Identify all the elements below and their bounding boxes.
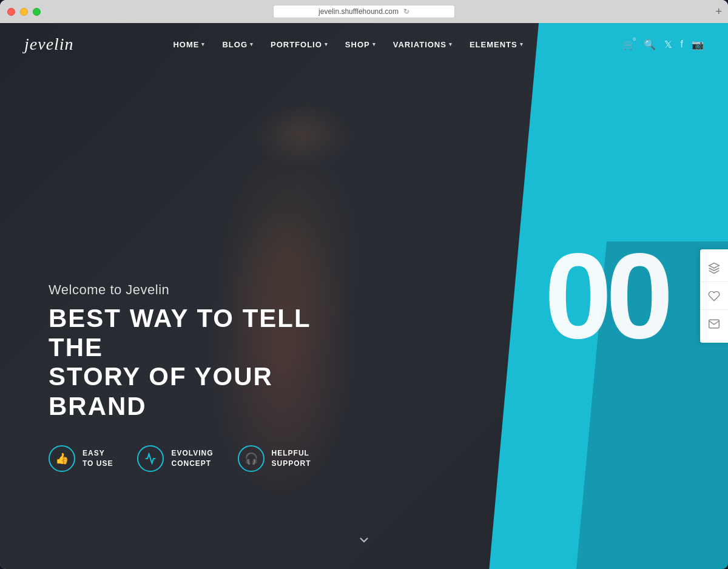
heart-icon[interactable] (700, 282, 728, 310)
svg-marker-0 (709, 263, 720, 268)
cart-badge: 0 (630, 35, 639, 44)
feature-easy-to-use: 👍 EASYTO USE (49, 445, 113, 472)
chevron-down-icon: ▾ (372, 41, 376, 47)
nav-item-variations[interactable]: VARIATIONS ▾ (393, 40, 453, 49)
activity-icon (137, 445, 164, 472)
hero-numbers: 00 (545, 235, 667, 357)
feature-helpful-support: 🎧 HELPFULSUPPORT (238, 445, 311, 472)
nav-item-blog[interactable]: BLOG ▾ (222, 40, 254, 49)
hero-content: Welcome to Jevelin BEST WAY TO TELL THE … (49, 282, 352, 472)
nav-item-home[interactable]: HOME ▾ (173, 40, 205, 49)
cart-icon[interactable]: 🛒 0 (623, 39, 635, 50)
hero-features: 👍 EASYTO USE EVOLVINGCONCEPT 🎧 HE (49, 445, 352, 472)
facebook-icon[interactable]: f (681, 39, 683, 50)
nav-item-elements[interactable]: ELEMENTS ▾ (470, 40, 524, 49)
headphones-icon: 🎧 (238, 445, 265, 472)
chevron-down-icon: ▾ (520, 41, 524, 47)
url-bar[interactable]: jevelin.shufflehound.com ↻ (273, 5, 455, 18)
mac-window: jevelin.shufflehound.com ↻ + jevelin (0, 0, 728, 569)
layers-icon[interactable] (700, 254, 728, 282)
hero-section: jevelin HOME ▾ BLOG ▾ PORTFOLIO ▾ (0, 23, 728, 569)
refresh-icon[interactable]: ↻ (403, 7, 410, 16)
big-number-display: 00 (545, 235, 667, 357)
maximize-button[interactable] (33, 8, 41, 16)
site-logo[interactable]: jevelin (24, 35, 74, 54)
url-text: jevelin.shufflehound.com (318, 7, 399, 16)
nav-item-shop[interactable]: SHOP ▾ (345, 40, 376, 49)
hero-welcome-text: Welcome to Jevelin (49, 282, 352, 298)
search-icon[interactable]: 🔍 (644, 39, 656, 50)
nav-item-portfolio[interactable]: PORTFOLIO ▾ (271, 40, 328, 49)
website-content: jevelin HOME ▾ BLOG ▾ PORTFOLIO ▾ (0, 23, 728, 569)
feature-evolving-text: EVOLVINGCONCEPT (171, 448, 213, 469)
chevron-down-icon: ▾ (449, 41, 453, 47)
instagram-icon[interactable]: 📷 (692, 39, 704, 50)
mail-icon[interactable] (700, 310, 728, 338)
sidebar-right (700, 249, 728, 343)
chevron-down-icon: ▾ (201, 41, 205, 47)
hero-title: BEST WAY TO TELL THE STORY OF YOUR BRAND (49, 304, 352, 421)
feature-easy-text: EASYTO USE (83, 448, 113, 469)
main-navigation: jevelin HOME ▾ BLOG ▾ PORTFOLIO ▾ (0, 23, 728, 66)
nav-menu: HOME ▾ BLOG ▾ PORTFOLIO ▾ SHOP ▾ (173, 40, 523, 49)
scroll-down-arrow[interactable] (357, 533, 371, 551)
feature-support-text: HELPFULSUPPORT (272, 448, 311, 469)
new-tab-button[interactable]: + (715, 5, 722, 18)
thumbs-up-icon: 👍 (49, 445, 75, 472)
nav-social-icons: 🛒 0 🔍 𝕏 f 📷 (623, 39, 704, 50)
minimize-button[interactable] (20, 8, 28, 16)
twitter-icon[interactable]: 𝕏 (664, 39, 672, 50)
close-button[interactable] (7, 8, 15, 16)
chevron-down-icon: ▾ (325, 41, 328, 47)
mac-titlebar: jevelin.shufflehound.com ↻ + (0, 0, 728, 23)
chevron-down-icon: ▾ (250, 41, 254, 47)
feature-evolving-concept: EVOLVINGCONCEPT (137, 445, 213, 472)
